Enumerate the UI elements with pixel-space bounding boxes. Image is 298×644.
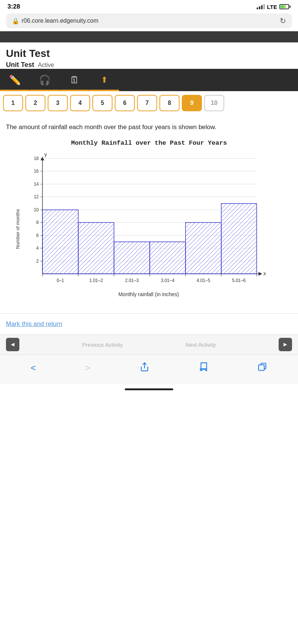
x-axis-arrow-label: x bbox=[263, 270, 266, 276]
ios-bottom-bar: < > bbox=[0, 355, 298, 384]
mark-return-section: Mark this and return bbox=[0, 313, 298, 334]
prev-activity-btn[interactable]: ◄ bbox=[6, 338, 19, 351]
svg-text:16: 16 bbox=[34, 169, 39, 174]
toolbar-calculator[interactable]: 🗓 bbox=[60, 69, 89, 91]
q-btn-8[interactable]: 8 bbox=[159, 95, 180, 111]
ios-share-btn[interactable] bbox=[136, 361, 153, 376]
ios-tabs-btn[interactable] bbox=[254, 361, 271, 376]
ios-bookmark-btn[interactable] bbox=[195, 361, 212, 376]
bar-5 bbox=[186, 222, 221, 274]
chart-svg: y x 18 16 14 12 10 bbox=[22, 151, 264, 307]
bar-1 bbox=[42, 210, 78, 274]
upload-icon: ⬆ bbox=[101, 75, 108, 85]
bar-2 bbox=[78, 222, 114, 274]
svg-text:2.01–3: 2.01–3 bbox=[125, 278, 139, 283]
svg-text:2: 2 bbox=[36, 259, 39, 264]
chart-title: Monthly Rainfall over the Past Four Year… bbox=[71, 140, 227, 147]
headphone-icon: 🎧 bbox=[39, 74, 51, 86]
y-axis-arrow-label: y bbox=[44, 151, 47, 157]
refresh-icon[interactable]: ↻ bbox=[280, 16, 286, 25]
svg-text:1.01–2: 1.01–2 bbox=[89, 278, 103, 283]
bar-3 bbox=[114, 242, 150, 274]
q-btn-9[interactable]: 9 bbox=[182, 95, 202, 111]
prev-icon: ◄ bbox=[10, 341, 16, 348]
q-btn-5[interactable]: 5 bbox=[92, 95, 112, 111]
q-btn-1[interactable]: 1 bbox=[3, 95, 23, 111]
toolbar-upload[interactable]: ⬆ bbox=[89, 69, 119, 91]
svg-text:8: 8 bbox=[36, 220, 39, 225]
toolbar-audio[interactable]: 🎧 bbox=[30, 69, 60, 91]
q-btn-10[interactable]: 10 bbox=[204, 95, 224, 111]
lte-label: LTE bbox=[267, 4, 277, 10]
bar-6 bbox=[221, 204, 257, 274]
y-axis-label: Number of months bbox=[15, 151, 20, 307]
page-header: Unit Test Unit Test Active bbox=[0, 42, 298, 69]
q-btn-4[interactable]: 4 bbox=[70, 95, 90, 111]
home-indicator bbox=[125, 388, 173, 390]
ios-back-btn[interactable]: < bbox=[27, 361, 39, 375]
svg-text:Monthly rainfall (in inches): Monthly rainfall (in inches) bbox=[118, 291, 179, 297]
svg-text:4.01–5: 4.01–5 bbox=[197, 278, 210, 283]
prev-activity-label: Previous Activity bbox=[82, 342, 123, 348]
svg-text:4: 4 bbox=[36, 246, 39, 251]
svg-text:0–1: 0–1 bbox=[57, 278, 64, 283]
status-bar: 3:28 LTE ⚡ bbox=[0, 0, 298, 12]
status-time: 3:28 bbox=[7, 3, 20, 10]
q-btn-7[interactable]: 7 bbox=[137, 95, 157, 111]
main-content: The amount of rainfall each month over t… bbox=[0, 115, 298, 313]
q-btn-2[interactable]: 2 bbox=[25, 95, 45, 111]
svg-text:10: 10 bbox=[34, 207, 39, 212]
lock-icon: 🔒 bbox=[12, 17, 19, 25]
page-status: Active bbox=[38, 62, 54, 68]
chart-container: Monthly Rainfall over the Past Four Year… bbox=[6, 140, 292, 307]
q-btn-3[interactable]: 3 bbox=[48, 95, 68, 111]
next-activity-btn[interactable]: ► bbox=[279, 338, 292, 351]
svg-text:5.01–6: 5.01–6 bbox=[232, 278, 246, 283]
toolbar-pencil[interactable]: ✏️ bbox=[0, 69, 30, 91]
chart-area: Number of months bbox=[15, 151, 283, 307]
activity-nav: ◄ Previous Activity Next Activity ► bbox=[0, 334, 298, 355]
battery-icon: ⚡ bbox=[279, 4, 291, 9]
address-bar[interactable]: 🔒 r06.core.learn.edgenuity.com ↻ bbox=[6, 13, 292, 28]
toolbar: ✏️ 🎧 🗓 ⬆ bbox=[0, 69, 298, 91]
svg-text:18: 18 bbox=[34, 156, 39, 161]
calculator-icon: 🗓 bbox=[70, 74, 79, 86]
address-url: 🔒 r06.core.learn.edgenuity.com bbox=[12, 17, 98, 25]
top-nav-bar bbox=[0, 31, 298, 42]
pencil-icon: ✏️ bbox=[9, 74, 21, 86]
q-btn-6[interactable]: 6 bbox=[115, 95, 135, 111]
page-subtitle: Unit Test bbox=[6, 61, 34, 69]
next-icon: ► bbox=[282, 341, 288, 348]
svg-marker-4 bbox=[259, 272, 262, 276]
next-activity-label: Next Activity bbox=[186, 342, 216, 348]
signal-icon bbox=[257, 4, 265, 9]
question-nav: 1 2 3 4 5 6 7 8 9 10 bbox=[0, 91, 298, 115]
mark-return-link[interactable]: Mark this and return bbox=[6, 320, 62, 327]
page-subtitle-row: Unit Test Active bbox=[6, 61, 292, 69]
svg-text:3.01–4: 3.01–4 bbox=[161, 278, 175, 283]
bar-4 bbox=[150, 242, 186, 274]
status-right: LTE ⚡ bbox=[257, 4, 291, 10]
ios-forward-btn[interactable]: > bbox=[82, 361, 94, 375]
svg-rect-47 bbox=[259, 365, 264, 370]
svg-text:12: 12 bbox=[34, 194, 39, 199]
home-indicator-bar bbox=[0, 384, 298, 393]
svg-text:14: 14 bbox=[34, 182, 39, 187]
svg-text:6: 6 bbox=[36, 233, 39, 238]
page-title: Unit Test bbox=[6, 48, 292, 60]
question-text: The amount of rainfall each month over t… bbox=[6, 122, 292, 132]
